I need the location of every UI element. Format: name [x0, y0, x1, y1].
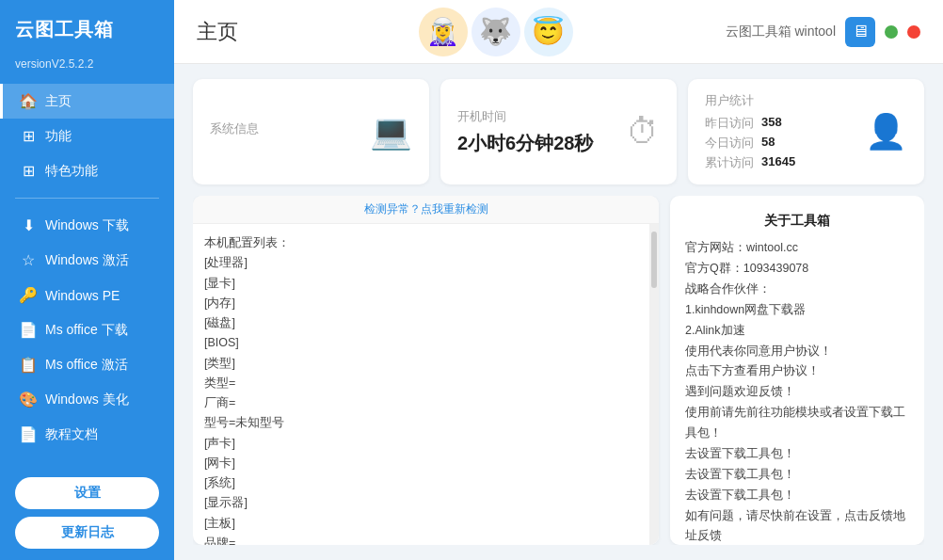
sidebar-item-office-download[interactable]: 📄 Ms office 下载	[0, 312, 174, 347]
about-line: 去设置下载工具包！	[685, 444, 909, 465]
sidebar-item-office-download-label: Ms office 下载	[45, 322, 128, 339]
boot-time-label: 开机时间	[457, 108, 594, 125]
sidebar-item-win-activate[interactable]: ☆ Windows 激活	[0, 243, 174, 278]
sidebar-item-win-activate-label: Windows 激活	[45, 252, 129, 269]
boot-time-card: 开机时间 2小时6分钟28秒 ⏱	[440, 79, 677, 184]
sidebar-item-win-download[interactable]: ⬇ Windows 下载	[0, 208, 174, 243]
page-title: 主页	[197, 18, 238, 46]
header: 主页 🧝‍♀️ 🐺 😇 云图工具箱 wintool 🖥	[174, 0, 943, 64]
sidebar-item-home[interactable]: 🏠 主页	[0, 84, 174, 119]
sidebar-item-win-beauty[interactable]: 🎨 Windows 美化	[0, 382, 174, 417]
user-stats-rows: 昨日访问 358 今日访问 58 累计访问 31645	[705, 115, 795, 171]
today-label: 今日访问	[705, 135, 754, 152]
user-stats-label: 用户统计	[705, 92, 795, 109]
header-app-name: 云图工具箱 wintool	[726, 24, 836, 40]
sidebar-bottom: 设置 更新日志	[0, 466, 174, 560]
sidebar: 云图工具箱 versionV2.5.2.2 🏠 主页 ⊞ 功能 ⊞ 特色功能 ⬇…	[0, 0, 174, 560]
mascot-char-3: 😇	[524, 8, 573, 56]
boot-time-card-content: 开机时间 2小时6分钟28秒	[457, 108, 594, 156]
sidebar-item-special-label: 特色功能	[45, 163, 98, 180]
sidebar-item-win-pe-label: Windows PE	[45, 288, 120, 303]
doc-icon: 📄	[19, 321, 38, 339]
about-line: 点击下方查看用户协议！	[685, 361, 909, 382]
cards-row: 系统信息 💻 开机时间 2小时6分钟28秒 ⏱ 用户统计 昨日访问	[193, 79, 924, 184]
mascot-char-1: 🧝‍♀️	[419, 8, 468, 56]
timer-icon: ⏱	[626, 112, 660, 152]
about-line: 1.kinhdown网盘下载器	[685, 300, 909, 321]
about-line: 战略合作伙伴：	[685, 280, 909, 300]
app-logo-icon: 🖥	[845, 17, 875, 47]
scrollbar-thumb	[651, 232, 657, 288]
system-info-text[interactable]: 本机配置列表： [处理器] [显卡] [内存] [磁盘] [BIOS] [类型]…	[193, 224, 649, 545]
laptop-icon: 💻	[370, 112, 412, 152]
traffic-light-red	[907, 25, 920, 39]
sidebar-item-features-label: 功能	[45, 128, 72, 145]
home-icon: 🏠	[19, 92, 38, 110]
sidebar-nav-main: 🏠 主页 ⊞ 功能 ⊞ 特色功能	[0, 80, 174, 192]
about-line: 如有问题，请尽快前在设置，点击反馈地址反馈	[685, 506, 909, 545]
bottom-row: 检测异常？点我重新检测 本机配置列表： [处理器] [显卡] [内存] [磁盘]…	[193, 196, 924, 545]
header-mascot: 🧝‍♀️ 🐺 😇	[266, 8, 726, 56]
key-icon: 🔑	[19, 286, 38, 304]
header-right: 云图工具箱 wintool 🖥	[726, 17, 920, 47]
download-icon: ⬇	[19, 216, 38, 234]
yesterday-label: 昨日访问	[705, 115, 754, 132]
sidebar-item-office-activate-label: Ms office 激活	[45, 357, 128, 374]
user-icon: 👤	[865, 112, 907, 152]
about-panel-title: 关于工具箱	[685, 209, 909, 232]
main-area: 主页 🧝‍♀️ 🐺 😇 云图工具箱 wintool 🖥 系统信息 💻	[174, 0, 943, 560]
traffic-light-green	[885, 25, 898, 39]
settings-button[interactable]: 设置	[15, 477, 159, 509]
sidebar-item-home-label: 主页	[45, 93, 72, 110]
about-panel: 关于工具箱 官方网站：wintool.cc官方Q群：1093439078战略合作…	[670, 196, 924, 545]
total-value: 31645	[761, 154, 795, 171]
system-info-panel: 检测异常？点我重新检测 本机配置列表： [处理器] [显卡] [内存] [磁盘]…	[193, 196, 659, 545]
sidebar-item-tutorial-label: 教程文档	[45, 426, 98, 443]
clipboard-icon: 📋	[19, 356, 38, 374]
about-line: 使用前请先前往功能模块或者设置下载工具包！	[685, 403, 909, 444]
total-label: 累计访问	[705, 154, 754, 171]
system-info-body: 本机配置列表： [处理器] [显卡] [内存] [磁盘] [BIOS] [类型]…	[193, 224, 659, 545]
beauty-icon: 🎨	[19, 391, 38, 408]
sidebar-divider-1	[15, 198, 159, 199]
boot-time-value: 2小时6分钟28秒	[457, 131, 594, 156]
sidebar-item-office-activate[interactable]: 📋 Ms office 激活	[0, 347, 174, 382]
sidebar-version: versionV2.5.2.2	[0, 57, 174, 80]
sidebar-title: 云图工具箱	[0, 0, 174, 57]
grid-icon: ⊞	[19, 127, 38, 145]
system-info-card: 系统信息 💻	[193, 79, 429, 184]
about-line: 去设置下载工具包！	[685, 465, 909, 486]
content-area: 系统信息 💻 开机时间 2小时6分钟28秒 ⏱ 用户统计 昨日访问	[174, 64, 943, 560]
star-icon: ☆	[19, 251, 38, 269]
about-line: 官方网站：wintool.cc	[685, 238, 909, 259]
yesterday-value: 358	[761, 115, 782, 132]
about-line: 遇到问题欢迎反馈！	[685, 382, 909, 403]
user-stats-card: 用户统计 昨日访问 358 今日访问 58 累计访问 31645	[688, 79, 924, 184]
yesterday-stat: 昨日访问 358	[705, 115, 795, 132]
about-line: 官方Q群：1093439078	[685, 259, 909, 280]
user-stats-card-content: 用户统计 昨日访问 358 今日访问 58 累计访问 31645	[705, 92, 795, 171]
sidebar-item-special[interactable]: ⊞ 特色功能	[0, 153, 174, 188]
today-stat: 今日访问 58	[705, 135, 795, 152]
system-info-label: 系统信息	[210, 120, 259, 137]
scrollbar-track[interactable]	[649, 224, 659, 545]
about-panel-content: 官方网站：wintool.cc官方Q群：1093439078战略合作伙伴：1.k…	[685, 238, 909, 545]
sidebar-item-win-download-label: Windows 下载	[45, 217, 129, 234]
special-grid-icon: ⊞	[19, 162, 38, 180]
sidebar-item-features[interactable]: ⊞ 功能	[0, 119, 174, 153]
sidebar-item-win-beauty-label: Windows 美化	[45, 392, 129, 408]
about-line: 去设置下载工具包！	[685, 486, 909, 506]
today-value: 58	[761, 135, 775, 152]
tutorial-icon: 📄	[19, 425, 38, 443]
changelog-button[interactable]: 更新日志	[15, 517, 159, 549]
sidebar-item-tutorial[interactable]: 📄 教程文档	[0, 417, 174, 452]
total-stat: 累计访问 31645	[705, 154, 795, 171]
about-line: 使用代表你同意用户协议！	[685, 342, 909, 362]
sidebar-item-win-pe[interactable]: 🔑 Windows PE	[0, 278, 174, 312]
about-line: 2.Alink加速	[685, 321, 909, 342]
system-info-card-content: 系统信息	[210, 120, 259, 143]
sidebar-nav-tools: ⬇ Windows 下载 ☆ Windows 激活 🔑 Windows PE 📄…	[0, 204, 174, 456]
recheck-link[interactable]: 检测异常？点我重新检测	[193, 196, 659, 224]
mascot-char-2: 🐺	[472, 8, 520, 56]
